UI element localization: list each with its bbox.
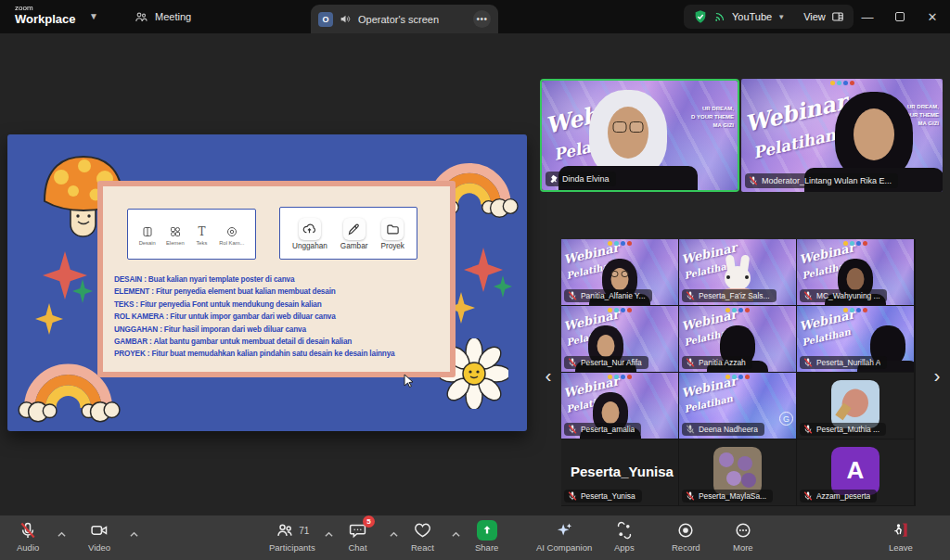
slide-bullet: TEKS : Fitur penyedia Font untuk menduku… (114, 299, 439, 311)
video-tile-moderator[interactable]: Webinar Pelatihan Desain UR DREAM,D YOUR… (741, 79, 943, 192)
logo-zoom-text: zoom (15, 4, 76, 12)
chat-button[interactable]: 5 Chat (348, 520, 367, 553)
video-tile[interactable]: Peserta_Muthia ... (797, 373, 914, 439)
zoom-workplace-logo[interactable]: zoom Workplace (15, 4, 76, 26)
participant-name-label: Panitia_Alfanie Y... (564, 289, 652, 302)
minimize-button[interactable]: — (854, 0, 881, 33)
muted-mic-icon (568, 491, 577, 501)
audio-options-chevron[interactable] (58, 525, 66, 541)
star-decor-yellow-left (35, 303, 63, 335)
participant-name-label: Peserta_Muthia ... (800, 423, 886, 436)
zoom-meeting-window: zoom Workplace ▼ Meeting O Operator's sc… (0, 0, 950, 560)
video-tile[interactable]: Peserta_MaylaSa... (679, 439, 796, 505)
participants-count: 71 (299, 526, 309, 536)
muted-mic-icon (568, 358, 577, 367)
canva-tool-gambar: Gambar (340, 218, 368, 250)
maximize-button[interactable] (886, 0, 914, 33)
canva-tool-label: Proyek (380, 242, 404, 250)
canva-toolbar-right: Unggahan Gambar Proyek (279, 207, 417, 260)
design-icon (140, 224, 154, 238)
video-tile[interactable]: WebinarPelatihan Panitia_Alfanie Y... (561, 239, 678, 305)
video-tile-dinda[interactable]: Webinar Pelatihan UR DREAM,D YOUR THEMEM… (540, 79, 739, 192)
maximize-icon (895, 12, 905, 21)
participant-name: MC_Wahyuning ... (816, 291, 880, 300)
leave-button[interactable]: Leave (889, 520, 913, 553)
video-tile[interactable]: WebinarPelatihan Peserta_Nur Afifa (561, 306, 678, 372)
gallery-prev-arrow[interactable]: ‹ (538, 362, 558, 389)
slide-bullet: GAMBAR : Alat bantu gambar untuk membuat… (114, 336, 439, 348)
camera-roll-icon (225, 224, 238, 238)
apps-button[interactable]: Apps (614, 520, 635, 553)
participants-options-chevron[interactable] (325, 525, 333, 541)
video-tile[interactable]: WebinarPelatihan G Deena Nadheera (679, 373, 796, 439)
slide-bullet: ROL KAMERA : Fitur untuk impor gambar da… (114, 311, 439, 323)
g-avatar-badge: G (779, 412, 793, 426)
participant-name-label: Azzam_peserta (800, 490, 877, 503)
participant-name-label: Moderator_Lintang Wulan Rika E... (745, 173, 898, 188)
participant-name-label: Panitia Azzah (682, 356, 752, 369)
operator-badge: O (318, 12, 333, 27)
close-button[interactable]: ✕ (918, 0, 946, 33)
photo-avatar (713, 446, 762, 494)
folder-icon (381, 218, 404, 240)
react-button[interactable]: React (411, 520, 434, 553)
audio-button[interactable]: Audio (17, 520, 39, 553)
view-label[interactable]: View (803, 11, 826, 22)
virtual-bg-emoji-dots (843, 308, 867, 312)
tab-operators-screen[interactable]: O Operator's screen ••• (311, 5, 498, 33)
tab-meeting[interactable]: Meeting (125, 0, 200, 33)
share-label: Share (475, 542, 498, 553)
view-layout-icon[interactable] (831, 10, 844, 23)
video-tile[interactable]: A Azzam_peserta (797, 439, 914, 505)
stream-platform-label[interactable]: YouTube (732, 11, 772, 22)
muted-mic-icon (19, 520, 37, 541)
record-label: Record (672, 542, 700, 553)
react-options-chevron[interactable] (452, 525, 460, 541)
gallery-next-arrow[interactable]: › (927, 362, 947, 389)
livestream-status: YouTube ▼ View (684, 5, 854, 29)
record-icon (676, 520, 695, 541)
canva-tool-label: Desain (139, 240, 156, 246)
letter-avatar: A (831, 446, 879, 494)
participants-button[interactable]: 71 Participants (269, 520, 315, 553)
muted-mic-icon (568, 291, 577, 300)
canva-tool-desain: Desain (139, 224, 156, 246)
star-decor-green-right (494, 275, 512, 298)
video-options-chevron[interactable] (130, 525, 138, 541)
security-shield-icon[interactable] (693, 9, 708, 24)
shared-screen-slide: Desain Elemen T Teks Rol Kam... Unggahan (7, 134, 527, 431)
share-button[interactable]: Share (475, 520, 498, 553)
chat-bubble-icon: 5 (348, 520, 367, 541)
participant-name: Peserta_Yunisa (581, 491, 635, 501)
meeting-controls-bar: Audio Video 71 Participants 5 Chat (0, 515, 950, 560)
canva-tool-label: Rol Kam... (219, 240, 244, 246)
video-tile[interactable]: WebinarPelatihan MC_Wahyuning ... (797, 239, 914, 305)
canva-tool-teks: T Teks (195, 224, 209, 246)
video-camera-icon (89, 520, 109, 541)
ai-companion-button[interactable]: AI Companion (536, 520, 592, 553)
video-button[interactable]: Video (88, 520, 110, 553)
workspace-chevron-down-icon[interactable]: ▼ (89, 11, 98, 21)
record-button[interactable]: Record (672, 520, 700, 553)
video-tile[interactable]: WebinarPelatihan Peserta_Nurillah A (797, 306, 914, 372)
participant-name: Peserta_Nur Afifa (581, 358, 642, 367)
more-button[interactable]: More (733, 520, 753, 553)
video-tile[interactable]: Peserta_Yunisa Peserta_Yunisa (561, 439, 678, 505)
virtual-bg-emoji-dots (608, 375, 632, 379)
participant-name-label: Peserta_amalia (564, 423, 641, 436)
more-label: More (733, 542, 753, 553)
canva-tool-label: Unggahan (292, 242, 327, 250)
slide-bullet: DESAIN : Buat kalian nyari template post… (114, 274, 439, 286)
upload-cloud-icon (299, 218, 321, 240)
speaker-icon (340, 13, 352, 25)
participant-name-label: Peserta_Nurillah A (800, 356, 887, 369)
video-tile[interactable]: WebinarPelatihan Peserta_amalia (561, 373, 678, 439)
chat-options-chevron[interactable] (390, 525, 398, 541)
participant-name-label: Dinda Elvina (546, 172, 616, 186)
slide-bullet: PROYEK : Fitur buat memudahkan kalian pi… (114, 348, 439, 360)
ai-companion-label: AI Companion (536, 542, 592, 553)
video-tile[interactable]: WebinarPelatihan Peserta_Fa'iz Sals... (679, 239, 796, 305)
stream-chevron-down-icon[interactable]: ▼ (777, 13, 785, 21)
video-tile[interactable]: WebinarPelatihan Panitia Azzah (679, 306, 796, 372)
tab-more-options-icon[interactable]: ••• (473, 10, 491, 28)
